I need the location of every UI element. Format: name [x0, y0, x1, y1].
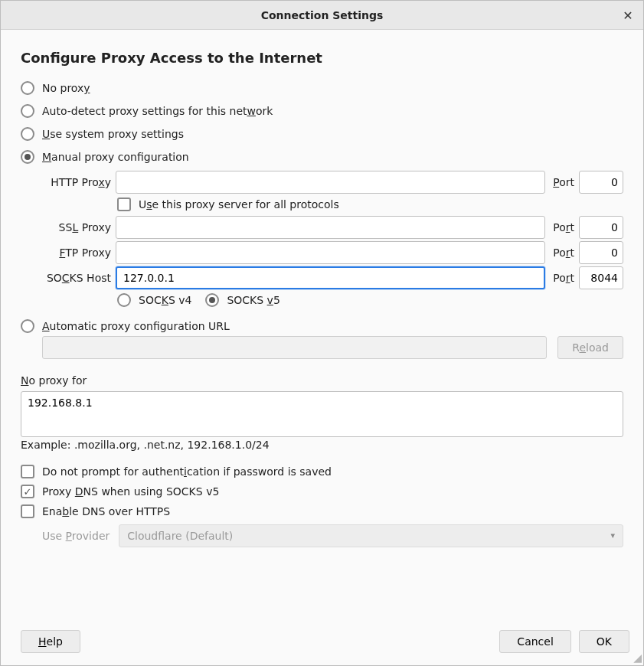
checkbox-proxy-dns-label[interactable]: Proxy DNS when using SOCKS v5 — [42, 485, 219, 498]
share-all-label[interactable]: Use this proxy server for all protocols — [139, 198, 339, 211]
checkbox-dns-over-https[interactable] — [21, 504, 34, 518]
chevron-down-icon: ▾ — [610, 531, 615, 540]
dialog-body: Configure Proxy Access to the Internet N… — [1, 30, 643, 630]
http-port-label: Port — [553, 176, 574, 188]
ssl-port-label: Port — [553, 221, 574, 233]
doh-provider-value: Cloudflare (Default) — [127, 530, 233, 542]
ssl-port-input[interactable] — [579, 216, 623, 239]
no-proxy-example: Example: .mozilla.org, .net.nz, 192.168.… — [21, 439, 623, 451]
radio-mode-system-label[interactable]: Use system proxy settings — [42, 128, 184, 140]
no-proxy-label: No proxy for — [21, 374, 623, 387]
ssl-proxy-input[interactable] — [116, 216, 545, 239]
ftp-port-input[interactable] — [579, 241, 623, 264]
socks-port-label: Port — [553, 272, 574, 284]
reload-button[interactable]: Reload — [557, 336, 623, 359]
radio-mode-pac[interactable] — [21, 319, 34, 333]
radio-mode-pac-label[interactable]: Automatic proxy configuration URL — [42, 320, 230, 332]
socks-host-label: SOCKS Host — [42, 272, 111, 284]
socks-host-input[interactable] — [116, 266, 545, 289]
pac-url-input[interactable] — [42, 336, 547, 359]
cancel-button[interactable]: Cancel — [499, 630, 570, 653]
radio-socks-v5[interactable] — [205, 293, 219, 307]
ftp-proxy-input[interactable] — [116, 241, 545, 264]
dialog-titlebar: Connection Settings ✕ — [1, 1, 643, 30]
http-proxy-label: HTTP Proxy — [42, 176, 111, 188]
help-button[interactable]: Help — [21, 630, 80, 653]
page-heading: Configure Proxy Access to the Internet — [21, 50, 623, 66]
http-proxy-input[interactable] — [116, 171, 545, 194]
radio-mode-none-label[interactable]: No proxy — [42, 82, 90, 94]
ok-button[interactable]: OK — [579, 630, 629, 653]
checkbox-no-auth-prompt[interactable] — [21, 465, 34, 478]
radio-mode-manual-label[interactable]: Manual proxy configuration — [42, 151, 189, 163]
doh-provider-label: Use Provider — [42, 530, 110, 542]
ssl-proxy-label: SSL Proxy — [42, 221, 111, 233]
no-proxy-textarea[interactable]: 192.168.8.1 — [21, 391, 623, 437]
radio-mode-none[interactable] — [21, 81, 34, 95]
radio-socks-v4[interactable] — [117, 293, 131, 307]
http-port-input[interactable] — [579, 171, 623, 194]
ftp-proxy-label: FTP Proxy — [42, 246, 111, 259]
checkbox-proxy-dns[interactable] — [21, 485, 34, 498]
socks-port-input[interactable] — [579, 266, 623, 289]
radio-mode-auto[interactable] — [21, 104, 34, 118]
radio-socks-v4-label[interactable]: SOCKS v4 — [139, 294, 191, 306]
dialog-footer: Help Cancel OK — [1, 630, 643, 665]
doh-provider-select[interactable]: Cloudflare (Default) ▾ — [119, 524, 623, 547]
radio-socks-v5-label[interactable]: SOCKS v5 — [227, 294, 280, 306]
dialog-title: Connection Settings — [261, 9, 384, 21]
close-icon[interactable]: ✕ — [620, 8, 636, 23]
checkbox-dns-over-https-label[interactable]: Enable DNS over HTTPS — [42, 505, 170, 517]
radio-mode-manual[interactable] — [21, 150, 34, 164]
share-all-checkbox[interactable] — [117, 198, 131, 211]
manual-proxy-grid: HTTP Proxy Port Use this proxy server fo… — [42, 168, 623, 312]
radio-mode-auto-label[interactable]: Auto-detect proxy settings for this netw… — [42, 105, 273, 117]
radio-mode-system[interactable] — [21, 127, 34, 141]
checkbox-no-auth-prompt-label[interactable]: Do not prompt for authentication if pass… — [42, 465, 332, 478]
ftp-port-label: Port — [553, 246, 574, 259]
